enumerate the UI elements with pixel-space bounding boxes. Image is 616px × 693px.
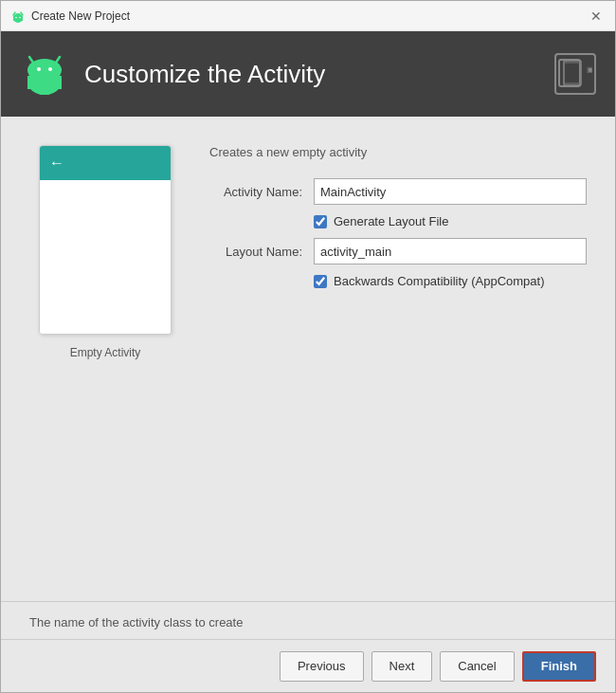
android-title-icon [10,9,26,24]
hint-area: The name of the activity class to create [1,602,615,639]
main-window: Create New Project ✕ Customize the Activ… [0,0,616,693]
window-title: Create New Project [31,9,587,23]
phone-preview: ← [39,145,172,335]
svg-rect-1 [13,16,23,21]
preview-label: Empty Activity [70,346,141,359]
content-area: ← Empty Activity Creates a new empty act… [1,117,615,592]
backwards-compat-checkbox[interactable] [314,275,327,288]
hint-text: The name of the activity class to create [29,615,243,629]
android-logo-icon [20,49,69,99]
activity-name-input[interactable] [314,178,587,205]
svg-rect-15 [39,83,44,95]
preview-body [40,180,171,334]
previous-button[interactable]: Previous [280,651,364,682]
svg-rect-18 [564,61,581,85]
svg-rect-13 [31,74,37,87]
footer: Previous Next Cancel Finish [1,639,615,692]
close-button[interactable]: ✕ [587,9,606,23]
generate-layout-row: Generate Layout File [314,214,587,228]
svg-rect-14 [52,74,58,87]
svg-point-4 [15,16,17,18]
header-band: Customize the Activity ▣ [1,31,615,117]
activity-name-label: Activity Name: [209,185,314,199]
backwards-compat-row: Backwards Compatibility (AppCompat) [314,274,587,288]
svg-rect-19 [564,63,581,83]
svg-text:▣: ▣ [587,65,592,74]
page-title: Customize the Activity [84,60,554,89]
svg-line-10 [56,57,60,63]
finish-button[interactable]: Finish [522,651,596,682]
svg-rect-17 [559,60,580,86]
preview-toolbar: ← [40,146,171,180]
svg-line-9 [29,57,33,63]
backwards-compat-label[interactable]: Backwards Compatibility (AppCompat) [334,274,545,288]
svg-point-11 [37,67,41,71]
next-button[interactable]: Next [371,651,433,682]
svg-point-12 [48,67,52,71]
preview-back-arrow: ← [49,155,64,172]
generate-layout-checkbox-label[interactable]: Generate Layout File [334,214,448,228]
layout-name-label: Layout Name: [209,245,314,259]
main-content: ← Empty Activity Creates a new empty act… [1,117,615,639]
layout-name-row: Layout Name: [209,238,587,264]
form-section: Creates a new empty activity Activity Na… [209,145,587,298]
device-preview-icon: ▣ [554,53,596,95]
form-description: Creates a new empty activity [209,145,587,159]
generate-layout-checkbox[interactable] [314,215,327,228]
svg-rect-16 [45,83,50,95]
cancel-button[interactable]: Cancel [440,651,514,682]
svg-point-5 [19,16,21,18]
layout-name-input[interactable] [314,238,587,264]
activity-name-row: Activity Name: [209,178,587,205]
title-bar: Create New Project ✕ [1,1,615,31]
phone-preview-wrapper: ← Empty Activity [39,145,172,359]
